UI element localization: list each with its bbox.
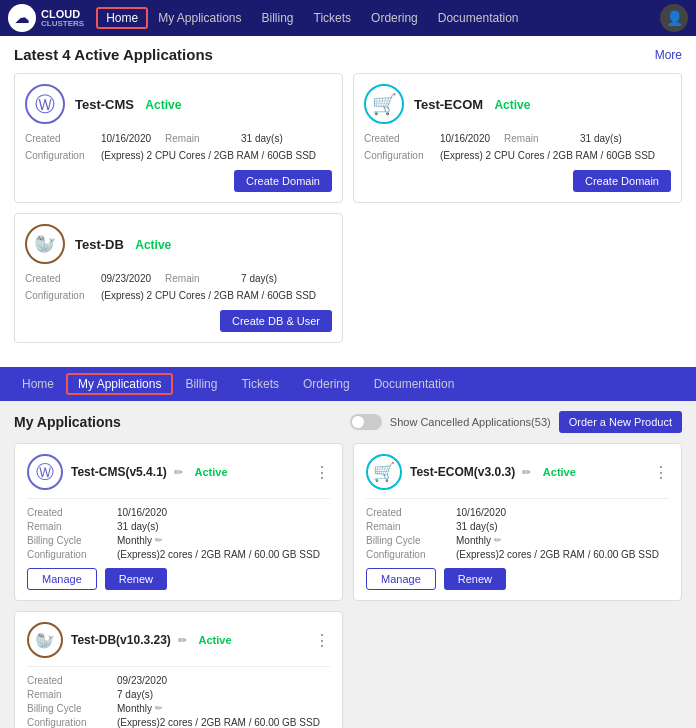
db-config: (Express) 2 CPU Cores / 2GB RAM / 60GB S… bbox=[101, 287, 316, 304]
second-nav-ordering[interactable]: Ordering bbox=[291, 373, 362, 395]
cms-create-domain-btn[interactable]: Create Domain bbox=[234, 170, 332, 192]
ecom-create-domain-btn[interactable]: Create Domain bbox=[573, 170, 671, 192]
app2-db-edit-icon[interactable]: ✏ bbox=[178, 634, 187, 646]
bottom-cards-row: 🦭 Test-DB Active Created 09/23/2020 Rema… bbox=[14, 213, 682, 343]
top-nav-tickets[interactable]: Tickets bbox=[304, 7, 362, 29]
cms-status: Active bbox=[145, 98, 181, 112]
app2-cms-actions: Manage Renew bbox=[27, 568, 330, 590]
app2-db-icon: 🦭 bbox=[27, 622, 63, 658]
second-nav-tickets[interactable]: Tickets bbox=[229, 373, 291, 395]
second-navbar: Home My Applications Billing Tickets Ord… bbox=[0, 367, 696, 401]
billing-label: Billing Cycle bbox=[27, 535, 117, 546]
brand-cloud-text: CLOUD bbox=[41, 8, 84, 20]
top-nav-documentation[interactable]: Documentation bbox=[428, 7, 529, 29]
cms-icon: Ⓦ bbox=[25, 84, 65, 124]
app2-cms-name: Test-CMS(v5.4.1) bbox=[71, 465, 167, 479]
app2-cms-icon: Ⓦ bbox=[27, 454, 63, 490]
db-name: Test-DB bbox=[75, 237, 124, 252]
ecom-config: (Express) 2 CPU Cores / 2GB RAM / 60GB S… bbox=[440, 147, 655, 164]
top-navbar: ☁ CLOUD CLUSTERS Home My Applications Bi… bbox=[0, 0, 696, 36]
app2-db-remain: 7 day(s) bbox=[117, 689, 153, 700]
db-status: Active bbox=[135, 238, 171, 252]
top-nav-ordering[interactable]: Ordering bbox=[361, 7, 428, 29]
top-nav-billing[interactable]: Billing bbox=[252, 7, 304, 29]
app2-ecom-renew-btn[interactable]: Renew bbox=[444, 568, 506, 590]
cms-config: (Express) 2 CPU Cores / 2GB RAM / 60GB S… bbox=[101, 147, 316, 164]
user-avatar[interactable]: 👤 bbox=[660, 4, 688, 32]
ecom-status: Active bbox=[494, 98, 530, 112]
db-remain: 7 day(s) bbox=[241, 270, 277, 287]
app2-ecom-edit-icon[interactable]: ✏ bbox=[522, 466, 531, 478]
section1-header: Latest 4 Active Applications More bbox=[14, 46, 682, 63]
app2-cms-billing: Monthly bbox=[117, 535, 152, 546]
ecom-created: 10/16/2020 bbox=[440, 130, 490, 147]
top-nav-myapps[interactable]: My Applications bbox=[148, 7, 251, 29]
app2-cms-manage-btn[interactable]: Manage bbox=[27, 568, 97, 590]
order-product-btn[interactable]: Order a New Product bbox=[559, 411, 682, 433]
second-nav-documentation[interactable]: Documentation bbox=[362, 373, 467, 395]
brand-icon: ☁ bbox=[8, 4, 36, 32]
second-nav-home[interactable]: Home bbox=[10, 373, 66, 395]
app-card2-ecom: 🛒 Test-ECOM(v3.0.3) ✏ Active ⋮ Created 1… bbox=[353, 443, 682, 601]
brand-logo[interactable]: ☁ CLOUD CLUSTERS bbox=[8, 4, 84, 32]
top-cards-row: Ⓦ Test-CMS Active Created 10/16/2020 Rem… bbox=[14, 73, 682, 203]
app2-cms-status: Active bbox=[195, 466, 228, 478]
app2-ecom-name: Test-ECOM(v3.0.3) bbox=[410, 465, 515, 479]
db-billing-edit-icon[interactable]: ✏ bbox=[155, 703, 163, 714]
app2-ecom-billing: Monthly bbox=[456, 535, 491, 546]
app2-cms-config: (Express)2 cores / 2GB RAM / 60.00 GB SS… bbox=[117, 549, 320, 560]
ecom-icon: 🛒 bbox=[364, 84, 404, 124]
app2-cms-more-icon[interactable]: ⋮ bbox=[314, 463, 330, 482]
cms-card-header: Ⓦ Test-CMS Active bbox=[25, 84, 332, 124]
ecom-name: Test-ECOM bbox=[414, 97, 483, 112]
top-nav-links: Home My Applications Billing Tickets Ord… bbox=[96, 7, 660, 29]
app2-ecom-icon: 🛒 bbox=[366, 454, 402, 490]
db-card-header: 🦭 Test-DB Active bbox=[25, 224, 332, 264]
db-icon: 🦭 bbox=[25, 224, 65, 264]
db-created: 09/23/2020 bbox=[101, 270, 151, 287]
top-nav-home[interactable]: Home bbox=[96, 7, 148, 29]
db-meta: Created 09/23/2020 Remain 7 day(s) Confi… bbox=[25, 270, 332, 304]
app2-ecom-config: (Express)2 cores / 2GB RAM / 60.00 GB SS… bbox=[456, 549, 659, 560]
cms-meta: Created 10/16/2020 Remain 31 day(s) Conf… bbox=[25, 130, 332, 164]
config-label: Configuration bbox=[27, 549, 117, 560]
app2-ecom-actions: Manage Renew bbox=[366, 568, 669, 590]
app2-cms-details: Created 10/16/2020 Remain 31 day(s) Bill… bbox=[27, 507, 330, 560]
app2-ecom-more-icon[interactable]: ⋮ bbox=[653, 463, 669, 482]
remain-label: Remain bbox=[27, 521, 117, 532]
app-card-ecom: 🛒 Test-ECOM Active Created 10/16/2020 Re… bbox=[353, 73, 682, 203]
cms-remain: 31 day(s) bbox=[241, 130, 283, 147]
app2-cms-renew-btn[interactable]: Renew bbox=[105, 568, 167, 590]
app2-ecom-manage-btn[interactable]: Manage bbox=[366, 568, 436, 590]
cms-created: 10/16/2020 bbox=[101, 130, 151, 147]
second-nav-billing[interactable]: Billing bbox=[173, 373, 229, 395]
second-nav-myapps[interactable]: My Applications bbox=[66, 373, 173, 395]
app2-cms-remain: 31 day(s) bbox=[117, 521, 159, 532]
app2-ecom-remain: 31 day(s) bbox=[456, 521, 498, 532]
created-label: Created bbox=[27, 507, 117, 518]
app2-db-details: Created 09/23/2020 Remain 7 day(s) Billi… bbox=[27, 675, 330, 728]
app2-db-config: (Express)2 cores / 2GB RAM / 60.00 GB SS… bbox=[117, 717, 320, 728]
app2-ecom-status: Active bbox=[543, 466, 576, 478]
app-card2-db: 🦭 Test-DB(v10.3.23) ✏ Active ⋮ Created 0… bbox=[14, 611, 343, 728]
app2-ecom-details: Created 10/16/2020 Remain 31 day(s) Bill… bbox=[366, 507, 669, 560]
app2-db-created: 09/23/2020 bbox=[117, 675, 167, 686]
ecom-card-header: 🛒 Test-ECOM Active bbox=[364, 84, 671, 124]
ecom-billing-edit-icon[interactable]: ✏ bbox=[494, 535, 502, 546]
section2-header: My Applications Show Cancelled Applicati… bbox=[14, 411, 682, 433]
app2-db-status: Active bbox=[199, 634, 232, 646]
ecom-meta: Created 10/16/2020 Remain 31 day(s) Conf… bbox=[364, 130, 671, 164]
apps-grid: Ⓦ Test-CMS(v5.4.1) ✏ Active ⋮ Created 10… bbox=[14, 443, 682, 728]
cancelled-toggle[interactable] bbox=[350, 414, 382, 430]
app2-ecom-created: 10/16/2020 bbox=[456, 507, 506, 518]
app2-db-more-icon[interactable]: ⋮ bbox=[314, 631, 330, 650]
section1-title: Latest 4 Active Applications bbox=[14, 46, 213, 63]
db-create-btn[interactable]: Create DB & User bbox=[220, 310, 332, 332]
my-applications-section: My Applications Show Cancelled Applicati… bbox=[0, 401, 696, 728]
more-link[interactable]: More bbox=[655, 48, 682, 62]
section2-title: My Applications bbox=[14, 414, 121, 430]
latest-apps-section: Latest 4 Active Applications More Ⓦ Test… bbox=[0, 36, 696, 367]
app2-cms-edit-icon[interactable]: ✏ bbox=[174, 466, 183, 478]
billing-edit-icon[interactable]: ✏ bbox=[155, 535, 163, 546]
app2-db-billing: Monthly bbox=[117, 703, 152, 714]
